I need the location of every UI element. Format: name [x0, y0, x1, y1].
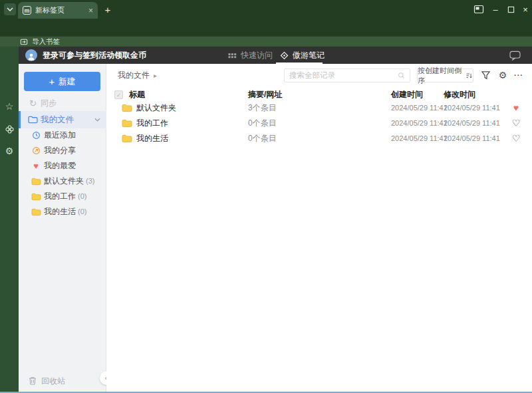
browser-window: m 新标签页 × + – × ‹ › ↻ ⌂ ↶ ▾ ☆ 在baidu中搜索，或…: [0, 0, 532, 393]
plus-icon: +: [49, 76, 55, 87]
item-label: 我的生活(0): [44, 204, 86, 219]
item-label: 我的最爱: [44, 158, 76, 174]
row-title: 默认文件夹: [136, 100, 176, 116]
row-title: 我的工作: [136, 116, 168, 131]
board-icon: [473, 5, 484, 14]
sync-icon: ↻: [28, 98, 38, 108]
tab-close-icon[interactable]: ×: [88, 6, 93, 15]
breadcrumb-label: 我的文件: [118, 70, 150, 81]
grid-icon: [228, 51, 237, 60]
sidebar-item-my-shares[interactable]: 我的分享: [19, 143, 106, 158]
favorites-rail-button[interactable]: ☆: [4, 101, 15, 112]
recycle-bin-button[interactable]: 回收站: [19, 373, 106, 389]
feedback-button[interactable]: [509, 51, 521, 61]
sidebar-item-default-folder[interactable]: 默认文件夹(3): [19, 174, 106, 189]
tab-title: 新标签页: [35, 5, 84, 15]
row-created: 2024/05/29 11:41: [391, 100, 448, 116]
sidebar-item-my-files[interactable]: 我的文件: [19, 111, 106, 128]
new-note-label: 新建: [58, 76, 75, 88]
browser-toolbar: ‹ › ↻ ⌂ ↶ ▾ ☆ 在baidu中搜索，或者输入一个网址 ☆⚙ ▾ ba…: [0, 19, 532, 37]
row-summary: 0个条目: [248, 116, 277, 131]
item-label: 默认文件夹(3): [44, 174, 94, 189]
notes-content: 我的文件 ▸ 搜索全部记录 按创建时间倒序 ⚙ ··· ✓ 标题 摘要/网址 创…: [106, 64, 532, 393]
table-row[interactable]: 我的工作 0个条目 2024/05/29 11:41 2024/05/29 11…: [106, 116, 532, 131]
item-label: 我的分享: [44, 143, 76, 158]
maximize-button[interactable]: [504, 3, 517, 15]
chevron-down-icon[interactable]: [94, 118, 100, 122]
tab-quick-access[interactable]: 快速访问: [228, 47, 273, 64]
minimize-button[interactable]: –: [489, 3, 502, 15]
favorite-heart-icon[interactable]: ♡: [509, 116, 523, 131]
settings-rail-button[interactable]: ⚙: [4, 146, 15, 156]
browser-titlebar: m 新标签页 × + – ×: [0, 0, 532, 19]
my-files-label: 我的文件: [41, 111, 74, 128]
left-rail: ☆ ⚙: [0, 47, 19, 393]
heart-icon: ♥: [31, 161, 41, 172]
clover-icon: [5, 124, 15, 134]
row-summary: 0个条目: [248, 131, 277, 146]
folder-icon: [122, 104, 132, 112]
close-window-button[interactable]: ×: [519, 3, 532, 15]
view-settings-button[interactable]: ⚙: [496, 68, 509, 82]
table-row[interactable]: 我的生活 0个条目 2024/05/29 11:41 2024/05/29 11…: [106, 131, 532, 146]
browser-tab-new-tab-page[interactable]: m 新标签页 ×: [18, 2, 98, 19]
apps-rail-button[interactable]: [4, 124, 15, 134]
folder-icon: [122, 134, 132, 143]
tab-list-dropdown-button[interactable]: [4, 3, 16, 15]
col-header-title[interactable]: 标题: [129, 89, 145, 100]
row-summary: 3个条目: [248, 100, 277, 116]
import-bookmarks-icon: [20, 38, 28, 46]
notes-sidebar: + 新建 ↻ 同步 我的文件 最近添加 我的分享: [19, 64, 106, 393]
speech-bubble-icon: [509, 51, 521, 61]
bookmarks-bar: 导入书签: [0, 37, 532, 47]
new-tab-button[interactable]: +: [102, 3, 114, 15]
item-count: (0): [78, 192, 86, 200]
sidebar-item-my-favorites[interactable]: ♥ 我的最爱: [19, 158, 106, 174]
sync-button[interactable]: ↻ 同步: [19, 96, 106, 110]
records-search-input[interactable]: 搜索全部记录: [284, 68, 410, 82]
tab-maxnote-label: 傲游笔记: [293, 50, 325, 61]
folder-icon: [31, 176, 41, 187]
item-count: (3): [86, 177, 94, 185]
item-label: 我的工作(0): [44, 189, 86, 204]
favorite-heart-icon[interactable]: ♥: [509, 100, 523, 116]
funnel-icon: [481, 70, 491, 80]
breadcrumb[interactable]: 我的文件 ▸: [118, 68, 157, 82]
row-modified: 2024/05/29 11:41: [444, 131, 500, 146]
new-note-button[interactable]: + 新建: [24, 72, 100, 91]
person-icon: [27, 52, 36, 61]
login-banner-text[interactable]: 登录可参与签到活动领取金币: [43, 47, 146, 64]
favorite-heart-icon[interactable]: ♡: [509, 131, 523, 146]
user-avatar[interactable]: [25, 49, 37, 61]
selected-indicator: [19, 111, 21, 128]
col-header-created[interactable]: 创建时间: [391, 89, 423, 100]
maxnote-compass-icon: [280, 51, 289, 60]
row-created: 2024/05/29 11:41: [391, 116, 448, 131]
sidebar-item-my-work[interactable]: 我的工作(0): [19, 189, 106, 204]
workspace-layout-button[interactable]: [472, 3, 485, 15]
folder-icon: [28, 116, 38, 124]
filter-button[interactable]: [479, 68, 492, 82]
maximize-icon: [507, 6, 515, 13]
col-header-summary[interactable]: 摘要/网址: [248, 89, 282, 100]
import-bookmarks-button[interactable]: 导入书签: [32, 37, 60, 47]
sort-icon: [466, 72, 473, 80]
sidebar-item-my-life[interactable]: 我的生活(0): [19, 204, 106, 219]
item-label: 最近添加: [44, 128, 76, 143]
folder-icon: [122, 119, 132, 128]
row-modified: 2024/05/29 11:41: [444, 116, 500, 131]
sidebar-item-recently-added[interactable]: 最近添加: [19, 128, 106, 143]
sort-order-button[interactable]: 按创建时间倒序: [417, 68, 473, 82]
tab-maxnote[interactable]: 傲游笔记: [280, 47, 325, 64]
row-title: 我的生活: [136, 131, 168, 146]
table-row[interactable]: 默认文件夹 3个条目 2024/05/29 11:41 2024/05/29 1…: [106, 100, 532, 116]
sync-label: 同步: [41, 96, 57, 110]
search-placeholder: 搜索全部记录: [289, 70, 398, 80]
maxthon-logo-icon: m: [23, 6, 31, 15]
col-header-modified[interactable]: 修改时间: [444, 89, 475, 100]
recycle-bin-label: 回收站: [41, 373, 65, 389]
row-created: 2024/05/29 11:41: [391, 131, 448, 146]
breadcrumb-arrow-icon: ▸: [154, 72, 157, 79]
select-all-checkbox[interactable]: ✓: [114, 90, 123, 99]
more-actions-button[interactable]: ···: [512, 68, 525, 82]
